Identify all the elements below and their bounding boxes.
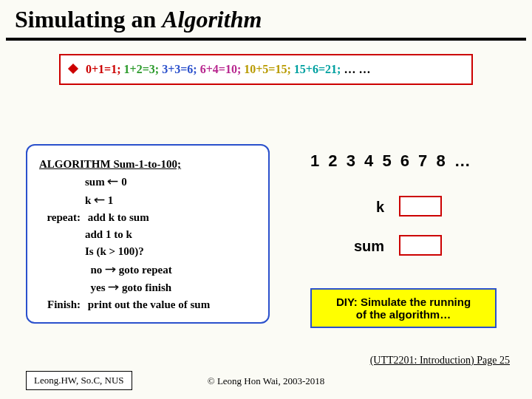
eq-6: 15+6=21; bbox=[294, 63, 341, 75]
algo-line-7: yes 🡒 goto finish bbox=[39, 279, 256, 296]
algorithm-header: ALGORITHM Sum-1-to-100; bbox=[39, 156, 256, 173]
algo-line-2: k 🡐 1 bbox=[39, 191, 256, 209]
right-arrow-icon: 🡒 bbox=[108, 281, 119, 293]
algo-line-5: Is (k > 100)? bbox=[39, 243, 256, 260]
title-emph: Algorithm bbox=[162, 6, 262, 33]
eq-5: 10+5=15; bbox=[244, 63, 291, 75]
sum-value-box bbox=[399, 235, 442, 256]
algo-line-8: Finish: print out the value of sum bbox=[39, 296, 256, 313]
eq-4: 6+4=10; bbox=[200, 63, 242, 75]
title-prefix: Simulating an bbox=[15, 6, 162, 33]
title-rule bbox=[6, 38, 526, 41]
eq-tail: … … bbox=[344, 63, 370, 75]
bullet-diamond-icon bbox=[68, 64, 78, 74]
k-label: k bbox=[340, 199, 384, 216]
sum-variable: sum bbox=[340, 235, 442, 256]
algo-line-4: add 1 to k bbox=[39, 226, 256, 243]
algorithm-box: ALGORITHM Sum-1-to-100; sum 🡐 0 k 🡐 1 re… bbox=[26, 144, 270, 324]
page-title: Simulating an Algorithm bbox=[0, 0, 532, 38]
eq-2: 1+2=3; bbox=[124, 63, 160, 75]
sum-label: sum bbox=[340, 238, 384, 255]
right-arrow-icon: 🡒 bbox=[105, 263, 116, 276]
diy-callout: DIY: Simulate the running of the algorit… bbox=[310, 288, 497, 328]
footer-copyright: © Leong Hon Wai, 2003-2018 bbox=[208, 375, 324, 387]
left-arrow-icon: 🡐 bbox=[94, 194, 105, 206]
number-line: 1 2 3 4 5 6 7 8 … bbox=[310, 151, 473, 171]
algo-line-6: no 🡒 goto repeat bbox=[39, 261, 256, 279]
left-arrow-icon: 🡐 bbox=[107, 175, 118, 188]
diy-line-1: DIY: Simulate the running bbox=[316, 296, 491, 308]
footer-author: Leong.HW, So.C, NUS bbox=[26, 371, 132, 390]
algo-line-1: sum 🡐 0 bbox=[39, 173, 256, 191]
calculation-sequence-box: 0+1=1; 1+2=3; 3+3=6; 6+4=10; 10+5=15; 15… bbox=[59, 54, 473, 85]
k-value-box bbox=[399, 196, 442, 216]
footer-page-ref: (UTT2201: Introduction) Page 25 bbox=[370, 355, 510, 366]
diy-line-2: of the algorithm… bbox=[316, 308, 491, 321]
k-variable: k bbox=[340, 196, 442, 216]
algo-line-3: repeat: add k to sum bbox=[39, 209, 256, 226]
eq-3: 3+3=6; bbox=[162, 63, 197, 75]
eq-1: 0+1=1; bbox=[86, 63, 121, 75]
